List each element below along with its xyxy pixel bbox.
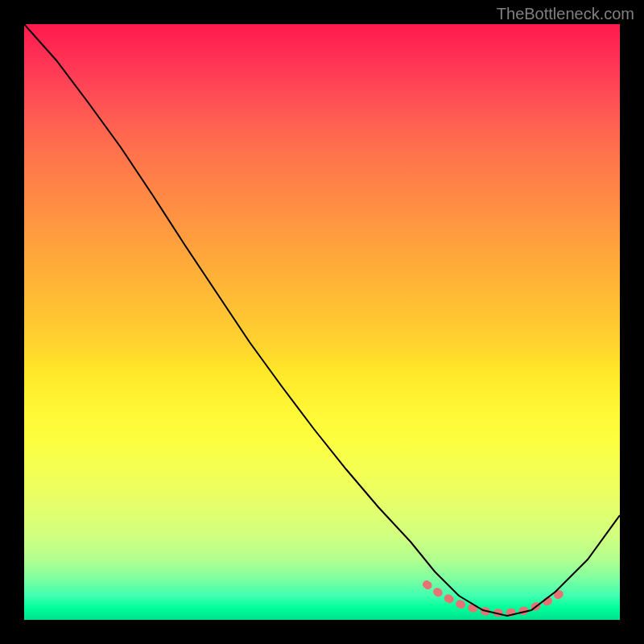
- attribution-text: TheBottleneck.com: [497, 5, 634, 23]
- chart-svg: [24, 24, 620, 620]
- chart-plot-area: [24, 24, 620, 620]
- optimal-region-highlight: [427, 584, 559, 613]
- bottleneck-curve-line: [24, 24, 620, 616]
